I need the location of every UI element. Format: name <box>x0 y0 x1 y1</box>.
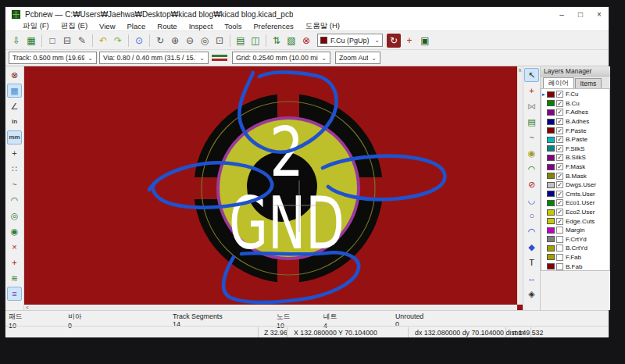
layer-row[interactable]: ▸ B.Mask <box>541 171 609 180</box>
local-ratsnest-icon[interactable]: ⋈ <box>524 99 539 113</box>
track-layer-pair-icon[interactable] <box>212 52 227 64</box>
horizontal-scrollbar[interactable]: < <box>24 305 517 310</box>
menu-item[interactable]: 파일 (F) <box>23 21 49 31</box>
board-icon[interactable]: ▦ <box>24 34 38 48</box>
menu-item[interactable]: 편집 (E) <box>61 21 88 31</box>
polar-coords-icon[interactable]: ∠ <box>7 99 22 113</box>
refresh-icon[interactable]: ↻ <box>153 34 167 48</box>
active-layer-selector[interactable]: F.Cu (PgUp) ⌄ <box>317 34 383 47</box>
layer-row[interactable]: ▸ F.Adhes <box>541 108 609 117</box>
layer-row[interactable]: ▸ Cmts.User <box>541 190 609 199</box>
layer-row[interactable]: ▸ B.CrtYd <box>541 244 609 253</box>
layer-color-swatch[interactable] <box>547 155 555 161</box>
add-circle-icon[interactable]: ○ <box>524 209 539 223</box>
zoom-out-icon[interactable]: ⊖ <box>183 34 197 48</box>
layer-row[interactable]: ▸ Eco1.User <box>541 198 609 208</box>
layer-color-swatch[interactable] <box>547 137 555 143</box>
add-footprint-icon[interactable]: ▤ <box>524 115 539 129</box>
update-pcb-icon[interactable]: ⇅ <box>270 34 284 48</box>
layer-visibility-checkbox[interactable] <box>556 191 563 198</box>
close-button[interactable]: × <box>590 7 609 21</box>
layer-row[interactable]: ▸ F.Cu <box>541 90 609 99</box>
add-arc-icon[interactable]: ◠ <box>524 224 539 238</box>
menu-item[interactable]: Route <box>157 22 177 30</box>
redo-icon[interactable]: ↷ <box>111 34 125 48</box>
layer-row[interactable]: ▸ F.Fab <box>541 253 609 262</box>
layer-row[interactable]: ▸ Margin <box>541 226 609 235</box>
layer-visibility-checkbox[interactable] <box>556 227 563 234</box>
ratsnest-icon[interactable]: ∷ <box>7 162 22 176</box>
layer-visibility-checkbox[interactable] <box>556 209 563 216</box>
menu-item[interactable]: Inspect <box>189 22 213 30</box>
print-icon[interactable]: ⊟ <box>60 34 74 48</box>
layer-row[interactable]: ▸ B.Fab <box>541 262 609 271</box>
via-size-selector[interactable]: Via: 0.80 / 0.40 mm (31.5 / 15.7 mils) *… <box>99 52 209 64</box>
via-sketch-icon[interactable]: ◉ <box>7 224 22 238</box>
layer-row[interactable]: ▸ Edge.Cuts <box>541 216 609 226</box>
units-mm-icon[interactable]: mm <box>7 130 22 145</box>
layers-tab[interactable]: Items <box>575 78 602 88</box>
add-via-icon[interactable]: ◉ <box>524 146 539 160</box>
layer-color-swatch[interactable] <box>547 127 555 134</box>
scroll-left-icon[interactable]: < <box>26 305 29 310</box>
menu-item[interactable]: 도움말 (H) <box>305 21 340 31</box>
net-names-icon[interactable]: ≋ <box>7 271 22 285</box>
track-display-icon[interactable]: × <box>7 240 22 254</box>
layer-color-swatch[interactable] <box>547 191 555 197</box>
layers-tab[interactable]: 레이어 <box>543 77 574 88</box>
drc-icon[interactable]: ⊗ <box>299 34 313 48</box>
vertical-scrollbar[interactable]: ∧ <box>517 66 523 305</box>
layer-row[interactable]: ▸ F.CrtYd <box>541 235 609 244</box>
layer-visibility-checkbox[interactable] <box>556 244 563 252</box>
add-polygon-icon[interactable]: ◆ <box>524 240 539 254</box>
layer-color-swatch[interactable] <box>547 164 555 170</box>
layer-row[interactable]: ▸ B.Cu <box>541 99 609 109</box>
layer-color-swatch[interactable] <box>547 218 555 224</box>
open-board-icon[interactable]: ⇩ <box>9 34 23 48</box>
layer-row[interactable]: ▸ F.SilkS <box>541 145 609 154</box>
drc-off-icon[interactable]: ⊗ <box>7 68 22 82</box>
menu-item[interactable]: Place <box>127 22 146 30</box>
select-tool-icon[interactable]: ↖ <box>524 68 539 82</box>
layer-color-swatch[interactable] <box>547 182 555 188</box>
layers-manager-toggle-icon[interactable]: ≡ <box>7 287 22 301</box>
swap-layer-icon[interactable]: ↻ <box>387 34 401 48</box>
menu-item[interactable]: Tools <box>224 22 241 30</box>
add-text-icon[interactable]: T <box>524 255 539 269</box>
maximize-button[interactable]: □ <box>571 7 590 21</box>
track-width-selector[interactable]: Track: 0.500 mm (19.69 mils) *⌄ <box>9 52 97 64</box>
layer-color-swatch[interactable] <box>547 245 555 252</box>
find-icon[interactable]: ⊙ <box>132 34 146 48</box>
layer-color-swatch[interactable] <box>547 263 555 269</box>
scroll-up-icon[interactable]: ∧ <box>518 67 522 73</box>
layer-color-swatch[interactable] <box>547 145 555 152</box>
title-bar[interactable]: Pcbnew — C:₩Users₩Jaehwa₩Desktop₩kicad b… <box>5 7 609 21</box>
layer-row[interactable]: ▸ Dwgs.User <box>541 180 609 190</box>
layer-visibility-checkbox[interactable] <box>556 173 563 180</box>
import-netlist-icon[interactable]: ▧ <box>284 34 298 48</box>
add-line-icon[interactable]: ◡ <box>524 193 539 207</box>
minimize-button[interactable]: – <box>552 7 571 21</box>
layer-visibility-checkbox[interactable] <box>556 118 563 125</box>
layer-visibility-checkbox[interactable] <box>556 254 563 261</box>
layer-visibility-checkbox[interactable] <box>556 100 563 107</box>
scripting-console-icon[interactable]: ▣ <box>418 34 432 48</box>
layer-color-swatch[interactable] <box>547 209 555 216</box>
zoom-redraw-icon[interactable]: ◎ <box>198 34 212 48</box>
pcb-canvas[interactable]: 2 GND ∧ < <box>24 66 523 310</box>
layer-visibility-checkbox[interactable] <box>556 199 563 206</box>
zoom-fit-icon[interactable]: ⊡ <box>212 34 227 48</box>
plot-icon[interactable]: ✎ <box>75 34 89 48</box>
layer-visibility-checkbox[interactable] <box>556 109 563 116</box>
layer-row[interactable]: ▸ F.Mask <box>541 162 609 172</box>
drill-origin-icon[interactable]: ◈ <box>524 287 539 301</box>
menu-item[interactable]: Preferences <box>253 22 293 30</box>
add-dimension-icon[interactable]: ↔ <box>524 271 539 285</box>
layer-visibility-checkbox[interactable] <box>556 263 563 270</box>
layer-color-swatch[interactable] <box>547 227 555 234</box>
menu-item[interactable]: View <box>99 22 115 30</box>
layer-color-swatch[interactable] <box>547 200 555 206</box>
add-keepout-icon[interactable]: ⊘ <box>524 177 539 191</box>
layer-color-swatch[interactable] <box>547 91 555 98</box>
undo-icon[interactable]: ↶ <box>96 34 110 48</box>
